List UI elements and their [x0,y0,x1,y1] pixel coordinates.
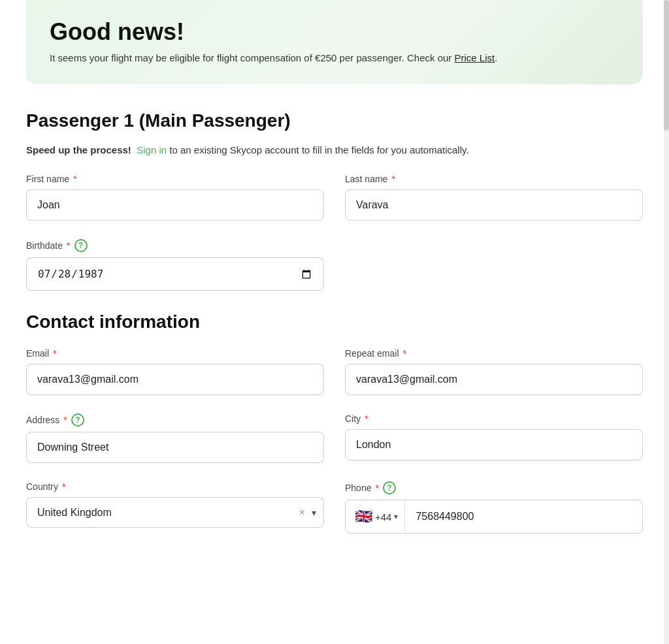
sign-in-link[interactable]: Sign in [137,144,167,155]
good-news-banner: Good news! It seems your flight may be e… [26,0,643,84]
first-name-label: First name * [26,174,324,184]
address-group: Address * ? [26,413,324,463]
city-label: City * [345,413,643,424]
name-row: First name * Last name * [26,174,643,221]
repeat-email-group: Repeat email * [345,348,643,395]
address-row: Address * ? City * [26,413,643,463]
scrollbar-thumb[interactable] [664,0,669,131]
good-news-description: It seems your flight may be eligible for… [50,52,619,63]
address-required: * [63,415,67,425]
email-required: * [53,348,56,359]
phone-label: Phone * ? [345,481,643,494]
phone-group: Phone * ? 🇬🇧 +44 ▾ [345,481,643,534]
birthdate-row: Birthdate * ? [26,239,643,291]
country-group: Country * United Kingdom United States G… [26,481,324,534]
passenger-section-heading: Passenger 1 (Main Passenger) [26,110,643,131]
last-name-required: * [391,174,395,184]
repeat-email-label: Repeat email * [345,348,643,359]
birthdate-info-icon[interactable]: ? [74,239,88,252]
birthdate-required: * [67,240,70,251]
phone-info-icon[interactable]: ? [383,481,396,494]
country-label: Country * [26,481,324,492]
good-news-title: Good news! [50,18,619,46]
last-name-input[interactable] [345,189,643,221]
first-name-group: First name * [26,174,324,221]
contact-section-divider: Contact information [26,312,643,332]
phone-chevron-icon: ▾ [394,512,398,521]
birthdate-input[interactable] [26,257,324,291]
country-select[interactable]: United Kingdom United States Germany Fra… [26,497,324,528]
city-input[interactable] [345,429,643,460]
contact-section-heading: Contact information [26,312,643,332]
address-label: Address * ? [26,413,324,427]
phone-flag-section[interactable]: 🇬🇧 +44 ▾ [346,500,405,533]
address-input[interactable] [26,432,324,463]
country-phone-row: Country * United Kingdom United States G… [26,481,643,534]
city-required: * [365,413,368,424]
repeat-email-input[interactable] [345,364,643,395]
last-name-group: Last name * [345,174,643,221]
scrollbar-track [664,0,669,578]
email-group: Email * [26,348,324,395]
phone-required: * [375,483,378,493]
email-label: Email * [26,348,324,359]
phone-number-input[interactable] [405,502,642,532]
first-name-required: * [73,174,76,184]
email-input[interactable] [26,364,324,395]
phone-code: +44 [375,511,391,523]
price-list-link[interactable]: Price List [455,52,495,63]
last-name-label: Last name * [345,174,643,184]
birthdate-group: Birthdate * ? [26,239,324,291]
address-info-icon[interactable]: ? [71,413,84,427]
email-row: Email * Repeat email * [26,348,643,395]
repeat-email-required: * [403,348,406,359]
birthdate-label: Birthdate * ? [26,239,324,252]
country-select-wrapper: United Kingdom United States Germany Fra… [26,497,324,528]
phone-wrapper: 🇬🇧 +44 ▾ [345,500,643,534]
speed-up-row: Speed up the process! Sign in to an exis… [26,144,643,155]
city-group: City * [345,413,643,463]
phone-flag-emoji: 🇬🇧 [355,508,372,525]
country-required: * [62,481,65,492]
country-clear-button[interactable]: × [298,506,306,519]
first-name-input[interactable] [26,189,324,221]
